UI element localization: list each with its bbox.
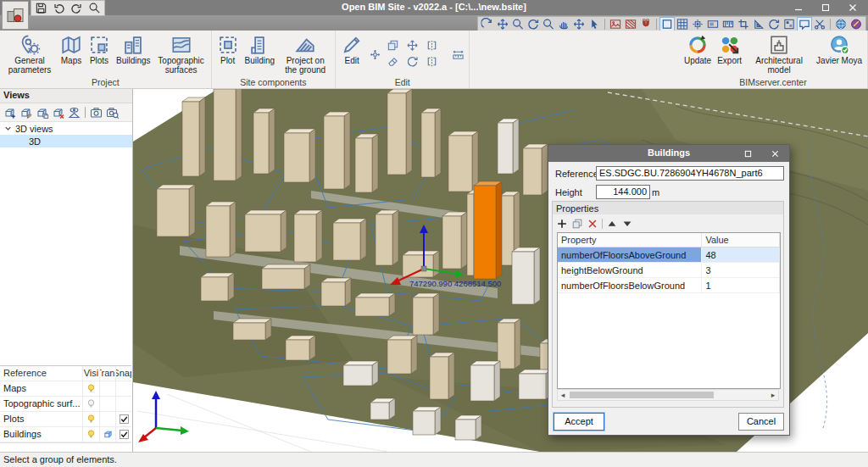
zoom-window-icon[interactable] <box>542 18 555 31</box>
zoom-extents-icon[interactable] <box>496 18 509 31</box>
update-button[interactable]: Update <box>682 32 714 68</box>
export-button[interactable]: Export <box>715 32 744 68</box>
image-mask-icon[interactable] <box>624 18 637 31</box>
hidden-bulb-icon[interactable] <box>86 398 97 409</box>
edit-node-button[interactable] <box>366 47 383 61</box>
toolbar-separator <box>656 19 657 30</box>
orbit-icon[interactable] <box>526 18 540 31</box>
snap-point-icon[interactable] <box>691 18 704 31</box>
project-on-ground-button[interactable]: Project on the ground <box>278 32 332 76</box>
architectural-model-button[interactable]: Architectural model <box>752 32 806 76</box>
help-book-icon[interactable] <box>849 18 863 31</box>
save-icon[interactable] <box>35 2 47 14</box>
erase-button[interactable] <box>384 55 401 69</box>
measure-button[interactable] <box>449 47 466 61</box>
general-parameters-button[interactable]: General parameters <box>3 32 57 76</box>
property-row[interactable]: numberOfFloorsAboveGround48 <box>558 247 780 263</box>
redo-icon[interactable] <box>70 2 83 14</box>
plot-icon <box>88 34 110 56</box>
accept-button[interactable]: Accept <box>554 413 604 431</box>
dialog-title-bar[interactable]: Buildings <box>548 145 789 162</box>
capture-zoom-icon[interactable] <box>105 106 120 120</box>
rotate-button[interactable] <box>403 55 420 69</box>
minimize-button[interactable] <box>787 0 810 15</box>
undo-icon[interactable] <box>53 2 65 14</box>
layer-row-plots[interactable]: Plots <box>0 412 131 427</box>
buildings-icon <box>122 34 144 56</box>
dialog-close-button[interactable] <box>762 145 787 162</box>
add-property-button[interactable] <box>556 218 568 230</box>
cut-icon[interactable] <box>813 18 826 31</box>
new-view-icon[interactable] <box>3 106 17 120</box>
web-globe-icon[interactable] <box>834 18 848 31</box>
horizontal-scrollbar[interactable]: ◂ ▸ <box>557 389 779 401</box>
view-orientation-icon[interactable] <box>67 106 81 120</box>
move-button[interactable] <box>403 39 420 53</box>
image-edit-icon[interactable] <box>609 18 622 31</box>
grid-icon[interactable] <box>676 18 689 31</box>
layer-row-maps[interactable]: Maps <box>0 381 131 397</box>
pan-icon[interactable] <box>557 18 570 31</box>
layer-row-buildings[interactable]: Buildings <box>0 427 131 442</box>
scroll-right-arrow[interactable]: ▸ <box>768 390 778 400</box>
maps-button[interactable]: Maps <box>58 32 85 68</box>
work-planes-icon[interactable] <box>706 18 720 31</box>
height-input[interactable]: 144.000 <box>596 185 650 199</box>
tree-group-3d-views[interactable]: 3D views <box>0 122 132 135</box>
dimensions-icon[interactable] <box>721 18 735 31</box>
zoom-icon[interactable] <box>88 2 101 14</box>
visible-bulb-icon[interactable] <box>86 383 97 394</box>
app-icon[interactable] <box>2 1 29 30</box>
delete-property-button[interactable] <box>587 218 598 230</box>
rotate-view-icon[interactable] <box>767 18 781 31</box>
set-square-icon[interactable] <box>752 18 765 31</box>
edit-button[interactable]: Edit <box>338 32 365 68</box>
scrollbar-thumb[interactable] <box>570 392 714 398</box>
mirror-v-button[interactable] <box>423 55 440 69</box>
maximize-button[interactable] <box>814 0 837 15</box>
visible-bulb-icon[interactable] <box>86 429 97 440</box>
view-previous-icon[interactable] <box>481 18 494 31</box>
tree-item-3d[interactable]: 3D <box>0 135 132 147</box>
ortho-mode-icon[interactable] <box>660 18 674 31</box>
copy-button[interactable] <box>384 39 401 53</box>
property-row[interactable]: numberOfFloorsBelowGround1 <box>558 278 780 293</box>
group-caption: Site components <box>212 76 336 88</box>
edit-view-icon[interactable] <box>19 106 33 120</box>
topo-icon <box>170 34 192 56</box>
layer-palette-icon[interactable] <box>782 18 796 31</box>
mirror-h-button[interactable] <box>423 39 440 53</box>
duplicate-view-icon[interactable] <box>35 106 49 120</box>
visible-bulb-icon[interactable] <box>86 414 97 425</box>
plot-button[interactable]: Plot <box>214 32 242 68</box>
layer-row-topographic-surfaces[interactable]: Topographic surf... <box>0 397 131 412</box>
copy-property-button[interactable] <box>571 218 583 230</box>
transparency-cube-icon[interactable] <box>103 429 114 440</box>
clipping-icon[interactable] <box>737 18 750 31</box>
building-button[interactable]: Building <box>242 32 278 68</box>
reference-input[interactable]: ES.SDGC.BU.7286904YH4678N_part6 <box>596 166 784 181</box>
height-unit: m <box>652 187 659 197</box>
delete-view-icon[interactable] <box>51 106 65 120</box>
capture-icon[interactable] <box>89 106 103 120</box>
move-down-button[interactable] <box>621 218 633 230</box>
reference-label: Reference <box>555 169 598 179</box>
user-account-button[interactable]: Javier Moya <box>814 32 865 68</box>
chevron-down-icon[interactable] <box>3 124 13 133</box>
scroll-left-arrow[interactable]: ◂ <box>558 390 568 400</box>
move-view-icon[interactable] <box>572 18 586 31</box>
property-row[interactable]: heightBelowGround3 <box>558 263 780 278</box>
zoom-icon[interactable] <box>511 18 525 31</box>
close-button[interactable] <box>841 0 865 15</box>
move-up-button[interactable] <box>606 218 618 230</box>
select-window-icon[interactable] <box>587 18 601 31</box>
plots-button[interactable]: Plots <box>86 32 113 68</box>
snap-checkbox[interactable] <box>119 414 130 425</box>
dialog-maximize-button[interactable] <box>735 145 760 162</box>
comments-icon[interactable] <box>798 18 811 31</box>
snap-checkbox[interactable] <box>119 429 130 440</box>
buildings-button[interactable]: Buildings <box>114 32 153 68</box>
topographic-surfaces-button[interactable]: Topographic surfaces <box>154 32 209 76</box>
snap-magnet-icon[interactable] <box>639 18 653 31</box>
cancel-button[interactable]: Cancel <box>738 413 784 431</box>
